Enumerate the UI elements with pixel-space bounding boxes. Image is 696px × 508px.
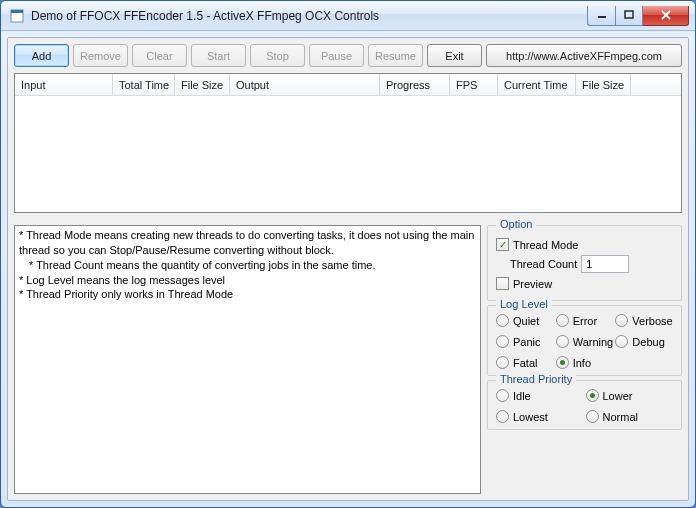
priority-radio[interactable] [496, 389, 509, 402]
resume-button[interactable]: Resume [368, 44, 423, 67]
priority-radio[interactable] [586, 410, 599, 423]
loglevel-label: Verbose [632, 315, 672, 327]
app-window: Demo of FFOCX FFEncoder 1.5 - ActiveX FF… [0, 0, 696, 508]
priority-lower[interactable]: Lower [586, 389, 674, 402]
loglevel-label: Warning [573, 336, 614, 348]
title-bar: Demo of FFOCX FFEncoder 1.5 - ActiveX FF… [1, 1, 695, 31]
stop-button[interactable]: Stop [250, 44, 305, 67]
loglevel-label: Info [573, 357, 591, 369]
log-line: * Thread Priority only works in Thread M… [19, 288, 233, 300]
job-list[interactable]: Input Total Time File Size Output Progre… [14, 73, 682, 213]
pause-button[interactable]: Pause [309, 44, 364, 67]
loglevel-label: Fatal [513, 357, 537, 369]
loglevel-label: Error [573, 315, 597, 327]
client-area: Add Remove Clear Start Stop Pause Resume… [7, 37, 689, 501]
priority-label: Idle [513, 390, 531, 402]
log-line: * Thread Count means the quantity of con… [19, 258, 476, 273]
priority-label: Normal [603, 411, 638, 423]
job-list-header: Input Total Time File Size Output Progre… [15, 74, 681, 96]
maximize-button[interactable] [615, 6, 643, 26]
clear-button[interactable]: Clear [132, 44, 187, 67]
loglevel-radios: QuietErrorVerbosePanicWarningDebugFatalI… [496, 314, 673, 369]
col-total-time[interactable]: Total Time [113, 74, 175, 95]
col-output[interactable]: Output [230, 74, 380, 95]
loglevel-fatal[interactable]: Fatal [496, 356, 554, 369]
job-list-body [15, 96, 681, 212]
priority-radio[interactable] [586, 389, 599, 402]
loglevel-panic[interactable]: Panic [496, 335, 554, 348]
loglevel-error[interactable]: Error [556, 314, 614, 327]
thread-mode-checkbox[interactable] [496, 238, 509, 251]
svg-rect-1 [11, 10, 23, 13]
loglevel-group-title: Log Level [496, 298, 552, 310]
app-icon [9, 8, 25, 24]
loglevel-radio[interactable] [496, 335, 509, 348]
url-button[interactable]: http://www.ActiveXFFmpeg.com [486, 44, 682, 67]
loglevel-radio[interactable] [496, 314, 509, 327]
log-textarea[interactable]: * Thread Mode means creating new threads… [14, 225, 481, 494]
preview-row: Preview [496, 277, 673, 290]
loglevel-label: Quiet [513, 315, 539, 327]
thread-count-input[interactable] [581, 255, 629, 273]
loglevel-radio[interactable] [556, 314, 569, 327]
loglevel-quiet[interactable]: Quiet [496, 314, 554, 327]
loglevel-radio[interactable] [556, 356, 569, 369]
col-fps[interactable]: FPS [450, 74, 498, 95]
col-spacer [631, 74, 681, 95]
window-title: Demo of FFOCX FFEncoder 1.5 - ActiveX FF… [31, 9, 587, 23]
priority-label: Lower [603, 390, 633, 402]
thread-mode-label: Thread Mode [513, 239, 578, 251]
loglevel-radio[interactable] [615, 335, 628, 348]
priority-group: Thread Priority IdleLowerLowestNormal [487, 380, 682, 430]
loglevel-label: Panic [513, 336, 541, 348]
side-options: Option Thread Mode Thread Count Preview [487, 225, 682, 494]
priority-normal[interactable]: Normal [586, 410, 674, 423]
loglevel-debug[interactable]: Debug [615, 335, 673, 348]
close-button[interactable] [643, 6, 689, 26]
svg-rect-3 [625, 11, 633, 18]
loglevel-info[interactable]: Info [556, 356, 614, 369]
option-group-title: Option [496, 218, 536, 230]
preview-label: Preview [513, 278, 552, 290]
col-file-size-2[interactable]: File Size [576, 74, 631, 95]
thread-count-label: Thread Count [510, 258, 577, 270]
toolbar: Add Remove Clear Start Stop Pause Resume… [14, 44, 682, 67]
svg-rect-2 [598, 16, 606, 18]
remove-button[interactable]: Remove [73, 44, 128, 67]
start-button[interactable]: Start [191, 44, 246, 67]
priority-radio[interactable] [496, 410, 509, 423]
thread-count-row: Thread Count [496, 255, 673, 273]
option-group: Option Thread Mode Thread Count Preview [487, 225, 682, 301]
preview-checkbox[interactable] [496, 277, 509, 290]
loglevel-group: Log Level QuietErrorVerbosePanicWarningD… [487, 305, 682, 376]
priority-label: Lowest [513, 411, 548, 423]
loglevel-verbose[interactable]: Verbose [615, 314, 673, 327]
priority-idle[interactable]: Idle [496, 389, 584, 402]
col-input[interactable]: Input [15, 74, 113, 95]
loglevel-radio[interactable] [615, 314, 628, 327]
bottom-panel: * Thread Mode means creating new threads… [14, 225, 682, 494]
log-line: * Log Level means the log messages level [19, 274, 225, 286]
thread-mode-row: Thread Mode [496, 238, 673, 251]
log-line: * Thread Mode means creating new threads… [19, 229, 474, 256]
loglevel-radio[interactable] [556, 335, 569, 348]
add-button[interactable]: Add [14, 44, 69, 67]
priority-radios: IdleLowerLowestNormal [496, 389, 673, 423]
exit-button[interactable]: Exit [427, 44, 482, 67]
col-file-size[interactable]: File Size [175, 74, 230, 95]
minimize-button[interactable] [587, 6, 615, 26]
col-progress[interactable]: Progress [380, 74, 450, 95]
loglevel-warning[interactable]: Warning [556, 335, 614, 348]
loglevel-radio[interactable] [496, 356, 509, 369]
col-current-time[interactable]: Current Time [498, 74, 576, 95]
loglevel-label: Debug [632, 336, 664, 348]
priority-group-title: Thread Priority [496, 373, 576, 385]
priority-lowest[interactable]: Lowest [496, 410, 584, 423]
window-controls [587, 6, 689, 26]
